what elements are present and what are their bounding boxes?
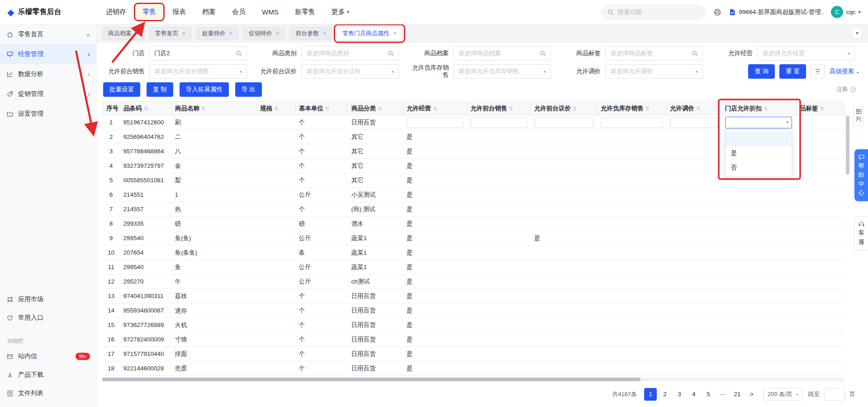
table-row[interactable]: 12295270牛公斤ch测试是	[103, 274, 845, 289]
sort-icon[interactable]: ⇅	[573, 106, 577, 111]
sort-icon[interactable]: ⇅	[144, 106, 148, 111]
horizontal-scrollbar[interactable]	[102, 378, 844, 381]
top-nav-item-6[interactable]: 新零售	[289, 5, 322, 19]
pager-page-21[interactable]: 21	[731, 388, 744, 401]
sort-icon[interactable]: ⇅	[378, 106, 382, 111]
advanced-search-link[interactable]: 高级搜索⌄	[830, 67, 860, 76]
column-header-7[interactable]: 允许前台销售⇅	[467, 102, 531, 115]
close-icon[interactable]: ×	[229, 30, 232, 37]
sidebar-item-2[interactable]: 数据分析›	[0, 64, 96, 84]
cell-edit-input[interactable]	[534, 117, 593, 128]
column-header-0[interactable]: 序号	[103, 102, 120, 115]
cell-edit-input[interactable]	[407, 117, 463, 128]
sidebar-shortcut-0[interactable]: 应用市场	[0, 290, 96, 308]
table-row[interactable]: 13974041390311荔枝个日用百货是	[103, 289, 845, 303]
toolbar-button-3[interactable]: 导 出	[235, 82, 262, 97]
sort-icon[interactable]: ⇅	[645, 106, 650, 111]
user-menu[interactable]: C cqc ▾	[831, 6, 861, 18]
tab-4[interactable]: 前台参数×	[289, 27, 332, 40]
sidebar-collapse-icon[interactable]: «	[86, 31, 90, 38]
org-switcher[interactable]: 99664-新界面商超版测试-管理...	[729, 8, 824, 16]
sort-icon[interactable]: ⇅	[274, 106, 278, 111]
tab-list-button[interactable]: ▾	[852, 28, 863, 39]
help-center-float[interactable]: 帮助中心	[854, 149, 868, 201]
sidebar-tool-1[interactable]: 产品下载	[0, 365, 96, 384]
sidebar-item-3[interactable]: 促销管理›	[0, 84, 96, 104]
pager-page-3[interactable]: 3	[673, 388, 686, 401]
filter-input-0-1[interactable]: 请选择商品类别	[301, 46, 399, 61]
filter-select-1-1[interactable]: 请选择允许前台议价▾	[301, 64, 399, 79]
sort-icon[interactable]: ⇅	[764, 106, 768, 111]
close-icon[interactable]: ×	[182, 30, 186, 37]
toolbar-button-0[interactable]: 批量设置	[103, 82, 140, 97]
pager-next-button[interactable]: >	[745, 388, 758, 401]
top-nav-item-2[interactable]: 报表	[166, 5, 192, 19]
pager-page-1[interactable]: 1	[644, 388, 657, 401]
jump-page-input[interactable]	[824, 388, 845, 401]
cell-edit-input[interactable]	[470, 117, 527, 128]
table-row[interactable]: 17971577910440排面个日用百货是	[103, 347, 845, 361]
column-header-11[interactable]: 门店允许折扣⇅	[721, 102, 796, 115]
note-link[interactable]: 注释	[836, 85, 862, 94]
column-header-10[interactable]: 允许调价⇅	[666, 102, 721, 115]
dropdown-option-2[interactable]: 否	[726, 161, 792, 175]
column-settings-button[interactable]: 列	[853, 106, 864, 126]
tab-3[interactable]: 促销特价×	[243, 27, 285, 40]
reset-button[interactable]: 重 置	[779, 64, 806, 79]
pager-page-2[interactable]: 2	[659, 388, 671, 401]
tab-2[interactable]: 超量特价×	[196, 27, 238, 40]
table-row[interactable]: 62145511公斤小吴测试是	[103, 188, 845, 202]
sort-icon[interactable]: ⇅	[509, 106, 513, 111]
table-row[interactable]: 14955934800087迷你个日用百货是	[103, 303, 845, 318]
table-row[interactable]: 7214557热个(韩) 测试是	[103, 202, 845, 217]
table-row[interactable]: 1951967412600刷个日用百货▾是否	[103, 115, 845, 130]
column-header-3[interactable]: 规格⇅	[256, 102, 295, 115]
top-nav-item-0[interactable]: 进销存	[100, 5, 133, 19]
sort-icon[interactable]: ⇅	[433, 106, 437, 111]
sort-icon[interactable]: ⇅	[325, 106, 329, 111]
filter-select-1-2[interactable]: 请选择允许负库存销售▾	[453, 64, 551, 79]
top-nav-item-4[interactable]: 会员	[226, 5, 252, 19]
app-logo[interactable]: ◆ 乐檬零售后台	[7, 7, 93, 18]
dropdown-option-0[interactable]	[726, 132, 792, 146]
filter-select-1-0[interactable]: 请选择允许前台销售▾	[149, 64, 247, 79]
pager-page-5[interactable]: 5	[702, 388, 715, 401]
tab-1[interactable]: 零售首页×	[149, 27, 192, 40]
dropdown-option-1[interactable]: 是	[726, 146, 792, 161]
filter-select-1-3[interactable]: 请选择允许调价▾	[605, 64, 703, 79]
filter-input-0-2[interactable]: 请选择商品档案	[453, 46, 551, 61]
sidebar-item-4[interactable]: 设置管理	[0, 104, 96, 124]
collapse-filter-button[interactable]	[811, 64, 825, 79]
page-size-select[interactable]: 200 条/页 ▾	[764, 388, 802, 401]
sidebar-item-0[interactable]: 零售首页«	[0, 24, 96, 44]
top-nav-item-3[interactable]: 档案	[196, 5, 222, 19]
cell-edit-input[interactable]	[601, 117, 663, 128]
top-nav-item-5[interactable]: WMS	[256, 5, 285, 19]
query-button[interactable]: 查 询	[748, 64, 775, 79]
sidebar-tool-2[interactable]: 文件列表	[0, 384, 96, 402]
sidebar-shortcut-1[interactable]: 常用入口	[0, 308, 96, 327]
customer-service-float[interactable]: 客服	[854, 216, 868, 250]
vertical-scrollbar[interactable]	[846, 116, 849, 375]
global-search-input[interactable]: 搜索功能	[601, 5, 706, 20]
cell-edit-input[interactable]	[670, 117, 718, 128]
filter-input-0-0[interactable]: 门店2	[149, 46, 247, 61]
top-nav-item-1[interactable]: 零售	[136, 5, 162, 19]
tab-0[interactable]: 商品档案×	[102, 27, 145, 40]
table-row[interactable]: 18922144600028壳蛋个日用百货是	[103, 361, 845, 376]
filter-input-0-3[interactable]: 请选择商品标签	[605, 46, 703, 61]
column-header-8[interactable]: 允许前台议价⇅	[531, 102, 597, 115]
close-icon[interactable]: ×	[276, 30, 280, 37]
table-row[interactable]: 8299335磅磅酒水是	[103, 217, 845, 231]
store-discount-select[interactable]: ▾	[725, 117, 792, 128]
tab-5[interactable]: 零售门店商品属性×	[337, 27, 403, 40]
column-header-12[interactable]: 品标签⇅	[796, 102, 845, 115]
filter-select-0-4[interactable]: 请选择允许经营▾	[757, 46, 855, 61]
sidebar-tool-0[interactable]: 站内信99+	[0, 347, 96, 365]
toolbar-button-1[interactable]: 复 制	[147, 82, 173, 97]
table-row[interactable]: 11299540鱼公斤蔬菜1是	[103, 260, 845, 274]
column-header-5[interactable]: 商品分类⇅	[348, 102, 403, 115]
close-icon[interactable]: ×	[393, 30, 397, 37]
toolbar-button-2[interactable]: 导入拓展属性	[180, 82, 229, 97]
table-row[interactable]: 9299540鱼(鱼)公斤蔬菜1是是	[103, 231, 845, 246]
